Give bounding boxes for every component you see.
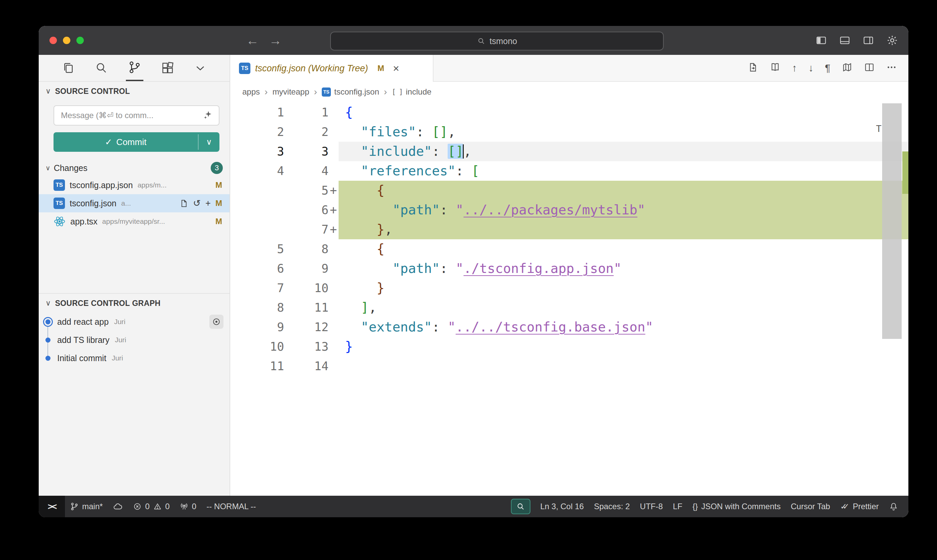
encoding-status[interactable]: UTF-8 [635, 502, 668, 511]
status-bar: >< main* 0 0 0 -- NORMAL -- Ln 3, Col 16… [39, 496, 908, 517]
zoom-indicator[interactable] [511, 499, 531, 514]
added-line-marker [328, 259, 338, 278]
code-token: "path" [392, 202, 440, 217]
breadcrumb-item-myviteapp[interactable]: myviteapp [272, 87, 309, 97]
source-control-header[interactable]: ∨ SOURCE CONTROL [39, 82, 229, 101]
code-line[interactable]: 7+ }, [230, 220, 908, 239]
code-line[interactable]: 33 "include": [], [230, 142, 908, 161]
changes-header[interactable]: ∨ Changes 3 [39, 160, 229, 176]
new-line-number: 1 [284, 103, 328, 122]
previous-change-icon[interactable]: ↑ [792, 63, 797, 73]
indentation-status[interactable]: Spaces: 2 [589, 502, 635, 511]
commit-row[interactable]: add react appJuri [39, 313, 229, 331]
ports-status[interactable]: 0 [175, 502, 201, 511]
code-line[interactable]: 1114 [230, 356, 908, 376]
modified-badge: M [215, 198, 222, 208]
code-line[interactable]: 912 "extends": "../../tsconfig.base.json… [230, 317, 908, 337]
source-control-graph-header[interactable]: ∨ SOURCE CONTROL GRAPH [39, 293, 229, 313]
react-icon [54, 215, 66, 228]
formatter-status[interactable]: ✓✓ Prettier [835, 502, 884, 511]
book-icon[interactable] [770, 62, 780, 74]
source-control-view-icon[interactable] [126, 55, 143, 81]
discard-changes-icon[interactable]: ↺ [193, 199, 201, 208]
search-bar[interactable]: tsmono [330, 32, 664, 51]
typescript-icon: TS [54, 198, 65, 209]
breadcrumb-item-apps[interactable]: apps [242, 87, 260, 97]
commit-dropdown-button[interactable]: ∨ [198, 132, 220, 152]
commit-row[interactable]: add TS libraryJuri [39, 331, 229, 349]
problems-status[interactable]: 0 0 [128, 502, 175, 511]
new-line-number: 6 [284, 200, 328, 220]
sync-status[interactable] [108, 502, 128, 512]
code-line[interactable]: 1013} [230, 337, 908, 356]
pilcrow-icon[interactable]: ¶ [825, 63, 830, 73]
code-line[interactable]: 22 "files": [], [230, 122, 908, 142]
split-editor-icon[interactable] [864, 62, 875, 74]
code-line[interactable]: 5+ { [230, 181, 908, 200]
code-token: ] [361, 300, 369, 315]
chevron-down-icon: ∨ [45, 299, 51, 308]
sidebar: ∨ SOURCE CONTROL ✓ Commit ∨ [39, 55, 230, 496]
file-row-tsconfig.json[interactable]: TStsconfig.jsona...↺+M [39, 194, 229, 212]
remote-icon: >< [48, 502, 56, 512]
code-line[interactable]: 44 "references": [ [230, 161, 908, 181]
open-changes-icon[interactable] [748, 62, 758, 74]
minimize-window-button[interactable] [63, 37, 70, 44]
commit-message-input[interactable] [60, 111, 200, 120]
branch-status[interactable]: main* [65, 502, 108, 511]
git-branch-icon [70, 502, 79, 511]
code-line[interactable]: 69 "path": "./tsconfig.app.json" [230, 259, 908, 278]
commit-button[interactable]: ✓ Commit ∨ [54, 132, 220, 152]
settings-gear-icon[interactable] [886, 34, 898, 46]
modified-badge: M [378, 64, 385, 73]
file-row-app.tsx[interactable]: app.tsxapps/myviteapp/sr...M [39, 212, 229, 231]
added-line-marker: + [328, 220, 338, 239]
layout-panel-icon[interactable] [839, 35, 851, 46]
more-views-chevron-icon[interactable] [192, 55, 209, 81]
open-file-icon[interactable] [179, 199, 188, 208]
code-line[interactable]: 811 ], [230, 298, 908, 317]
code-token: "references" [361, 163, 456, 178]
language-status[interactable]: {} JSON with Comments [687, 502, 786, 511]
code-token: : [432, 319, 448, 334]
map-icon[interactable] [842, 62, 852, 74]
forward-button[interactable]: → [269, 33, 282, 48]
commit-action-button[interactable] [209, 315, 223, 329]
back-button[interactable]: ← [246, 33, 259, 48]
chevron-right-icon: › [265, 86, 268, 97]
notifications-bell[interactable] [884, 502, 908, 511]
code-line[interactable]: 710 } [230, 278, 908, 298]
search-view-icon[interactable] [92, 55, 110, 81]
cursor-tab-status[interactable]: Cursor Tab [786, 502, 835, 511]
code-line[interactable]: 58 { [230, 239, 908, 259]
diff-editor[interactable]: 11{22 "files": [],33 "include": [],44 "r… [230, 102, 908, 496]
code-line[interactable]: 6+ "path": "../../packages/mytslib" [230, 200, 908, 220]
commit-row[interactable]: Initial commitJuri [39, 349, 229, 367]
title-bar: ← → tsmono [39, 26, 908, 55]
close-window-button[interactable] [49, 37, 57, 44]
more-actions-icon[interactable] [886, 62, 897, 74]
new-line-number: 12 [284, 317, 328, 337]
stage-changes-icon[interactable]: + [205, 199, 211, 208]
commit-dot-icon [45, 338, 51, 343]
layout-sidebar-right-icon[interactable] [863, 35, 874, 46]
scrollbar-thumb[interactable] [882, 103, 902, 339]
sparkle-icon[interactable] [203, 110, 213, 121]
eol-status[interactable]: LF [668, 502, 687, 511]
cursor-position[interactable]: Ln 3, Col 16 [535, 502, 589, 511]
maximize-window-button[interactable] [76, 37, 84, 44]
remote-indicator[interactable]: >< [39, 496, 65, 517]
breadcrumb-item-file[interactable]: TS tsconfig.json [322, 87, 379, 97]
breadcrumb-item-include[interactable]: [ ] include [392, 87, 431, 97]
next-change-icon[interactable]: ↓ [808, 63, 814, 73]
close-icon[interactable]: × [393, 62, 400, 75]
new-line-number: 8 [284, 239, 328, 259]
file-row-tsconfig.app.json[interactable]: TStsconfig.app.jsonapps/m...M [39, 176, 229, 194]
old-line-number: 9 [230, 317, 284, 337]
code-line[interactable]: 11{ [230, 103, 908, 122]
code-token: } [377, 280, 385, 295]
layout-sidebar-left-icon[interactable] [815, 35, 827, 46]
tab-tsconfig-working-tree[interactable]: TS tsconfig.json (Working Tree) M × [230, 55, 434, 82]
extensions-view-icon[interactable] [159, 55, 176, 81]
explorer-icon[interactable] [60, 55, 77, 81]
